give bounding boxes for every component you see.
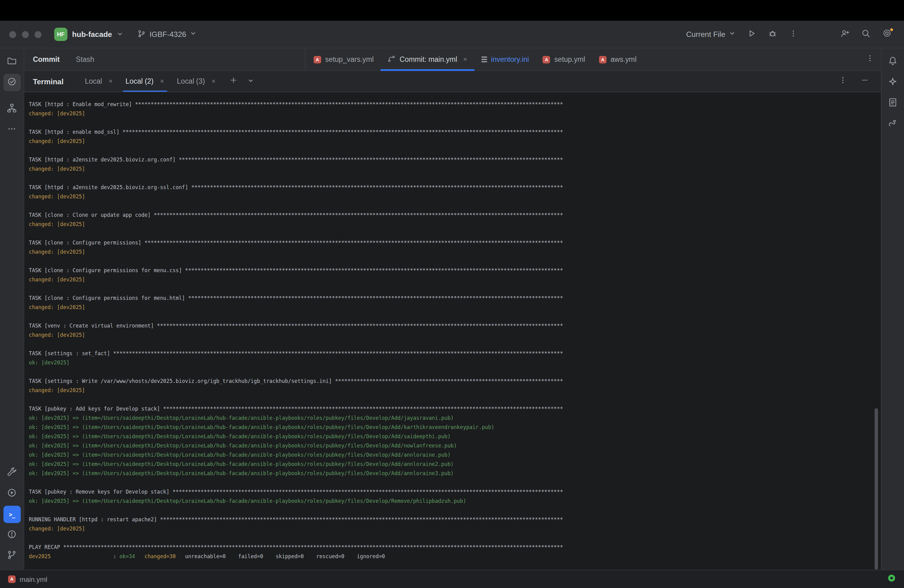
menubar-strip: [0, 0, 904, 21]
bug-icon: [768, 28, 777, 40]
document-icon: [888, 97, 898, 109]
terminal-output: TASK [httpd : Enable mod_rewrite] ******…: [24, 92, 881, 570]
editor-tabs: Asetup_vars.ymlCommit: main.yml✕inventor…: [306, 49, 866, 70]
search-icon: [861, 28, 871, 40]
statusbar-file-widget[interactable]: A main.yml: [8, 575, 47, 583]
terminal-tab-actions: [225, 73, 259, 90]
structure-toolwindow-button[interactable]: [3, 100, 20, 117]
tabs-row: Commit Stash Asetup_vars.ymlCommit: main…: [24, 49, 881, 71]
terminal-task-header: TASK [httpd : enable mod_ssl] **********…: [29, 127, 876, 136]
terminal-icon: >_: [9, 511, 15, 518]
terminal-tab-label: Local: [85, 77, 102, 85]
terminal-task-block: TASK [httpd : a2ensite dev2025.bioviz.or…: [29, 155, 876, 174]
terminal-title: Terminal: [33, 77, 64, 85]
terminal-output-line: ok: [dev2025] => (item=/Users/saideepthi…: [29, 441, 876, 450]
run-button[interactable]: [744, 26, 760, 43]
run-config-selector[interactable]: Current File: [686, 30, 735, 39]
commit-toolwindow-button[interactable]: [3, 74, 20, 91]
problems-toolwindow-button[interactable]: [3, 526, 20, 544]
notifications-button[interactable]: [884, 53, 901, 70]
tab-commit[interactable]: Commit: [33, 55, 60, 63]
terminal-tab-label: Local (3): [177, 77, 205, 85]
ini-file-icon: [481, 57, 487, 62]
search-everywhere-button[interactable]: [858, 26, 874, 43]
terminal-options-button[interactable]: [835, 73, 851, 90]
chevron-down-icon: [117, 29, 123, 40]
close-icon[interactable]: ✕: [160, 78, 164, 84]
terminal-tab-label: Local (2): [125, 77, 153, 85]
folder-icon: [7, 56, 17, 68]
terminal-output-line: changed: [dev2025]: [29, 303, 876, 312]
run-toolwindow-button[interactable]: [3, 485, 20, 502]
branch-icon: [137, 29, 146, 40]
more-toolwindows-button[interactable]: [3, 121, 20, 138]
close-icon[interactable]: ✕: [463, 57, 467, 62]
terminal-output-line: changed: [dev2025]: [29, 220, 876, 229]
terminal-tab[interactable]: Local✕: [78, 71, 119, 92]
gradle-toolwindow-button[interactable]: [884, 115, 901, 133]
terminal-task-block: TASK [clone : Clone or update app code] …: [29, 210, 876, 229]
terminal-output-line: changed: [dev2025]: [29, 275, 876, 284]
project-name: hub-facade: [72, 30, 112, 39]
tab-stash[interactable]: Stash: [76, 55, 95, 63]
yaml-file-icon: A: [314, 56, 321, 63]
kebab-icon: [789, 29, 797, 40]
terminal-task-header: TASK [httpd : a2ensite dev2025.bioviz.or…: [29, 183, 876, 192]
plus-icon: [229, 76, 237, 87]
terminal-tab[interactable]: Local (2)✕: [119, 71, 170, 92]
terminal-output-line: changed: [dev2025]: [29, 164, 876, 174]
bell-icon: [888, 56, 898, 68]
documentation-toolwindow-button[interactable]: [884, 95, 901, 112]
terminal-output-line: ok: [dev2025]: [29, 358, 876, 367]
window-controls: [9, 31, 41, 38]
close-icon[interactable]: ✕: [109, 78, 113, 84]
terminal-output-line: changed: [dev2025]: [29, 136, 876, 146]
yaml-file-icon: A: [8, 575, 15, 583]
new-terminal-tab-button[interactable]: [225, 73, 242, 90]
ellipsis-icon: [7, 124, 16, 135]
settings-button[interactable]: [879, 26, 895, 43]
yaml-file-icon: A: [543, 56, 550, 63]
editor-tab-label: setup_vars.yml: [325, 55, 374, 63]
editor-tab[interactable]: Asetup.yml: [536, 49, 592, 70]
branch-widget[interactable]: IGBF-4326: [137, 29, 196, 40]
yaml-file-icon: A: [599, 56, 606, 63]
minimize-window-button[interactable]: [22, 31, 29, 38]
editor-tab-label: Commit: main.yml: [400, 55, 457, 63]
editor-tab[interactable]: inventory.ini: [474, 49, 536, 70]
close-window-button[interactable]: [9, 31, 16, 38]
terminal-task-block: TASK [clone : Configure permissions] ***…: [29, 238, 876, 256]
hide-toolwindow-button[interactable]: [857, 73, 873, 90]
terminal-task-header: RUNNING HANDLER [httpd : restart apache2…: [29, 515, 876, 524]
editor-tab[interactable]: Asetup_vars.yml: [307, 49, 381, 70]
more-actions-button[interactable]: [785, 26, 801, 43]
terminal-header: Terminal Local✕Local (2)✕Local (3)✕: [24, 71, 881, 92]
code-with-me-button[interactable]: [837, 26, 853, 43]
vertical-scrollbar[interactable]: [874, 408, 878, 570]
editor-tab[interactable]: Aaws.yml: [592, 49, 643, 70]
status-widget-icon[interactable]: [887, 574, 896, 585]
terminal-tab[interactable]: Local (3)✕: [171, 71, 222, 92]
main-area: >_ Commit Stash Asetup_vars.ymlCommit: m…: [0, 49, 904, 570]
ai-assistant-toolwindow-button[interactable]: [884, 74, 901, 91]
terminal-task-header: TASK [clone : Clone or update app code] …: [29, 210, 876, 220]
project-toolwindow-button[interactable]: [3, 53, 20, 70]
terminal-output-line: ok: [dev2025] => (item=/Users/saideepthi…: [29, 432, 876, 441]
version-control-toolwindow-button[interactable]: [3, 547, 20, 564]
terminal-task-block: TASK [clone : Configure permissions for …: [29, 266, 876, 284]
terminal-toolwindow-button[interactable]: >_: [3, 506, 20, 523]
terminal-type-dropdown-button[interactable]: [243, 73, 259, 90]
project-widget[interactable]: HF hub-facade: [54, 28, 123, 41]
editor-tab[interactable]: Commit: main.yml✕: [381, 49, 474, 70]
settings-notification-dot: [890, 27, 893, 32]
terminal-output-line: changed: [dev2025]: [29, 330, 876, 340]
run-config-label: Current File: [686, 30, 725, 39]
close-icon[interactable]: ✕: [211, 78, 215, 84]
build-toolwindow-button[interactable]: [3, 464, 20, 481]
gradle-icon: [888, 118, 898, 130]
terminal-panel: TASK [httpd : Enable mod_rewrite] ******…: [24, 92, 881, 570]
zoom-window-button[interactable]: [35, 31, 42, 38]
debug-button[interactable]: [764, 26, 781, 43]
editor-tabs-options-button[interactable]: [866, 49, 881, 70]
terminal-task-header: TASK [settings : set_fact] *************…: [29, 349, 876, 358]
